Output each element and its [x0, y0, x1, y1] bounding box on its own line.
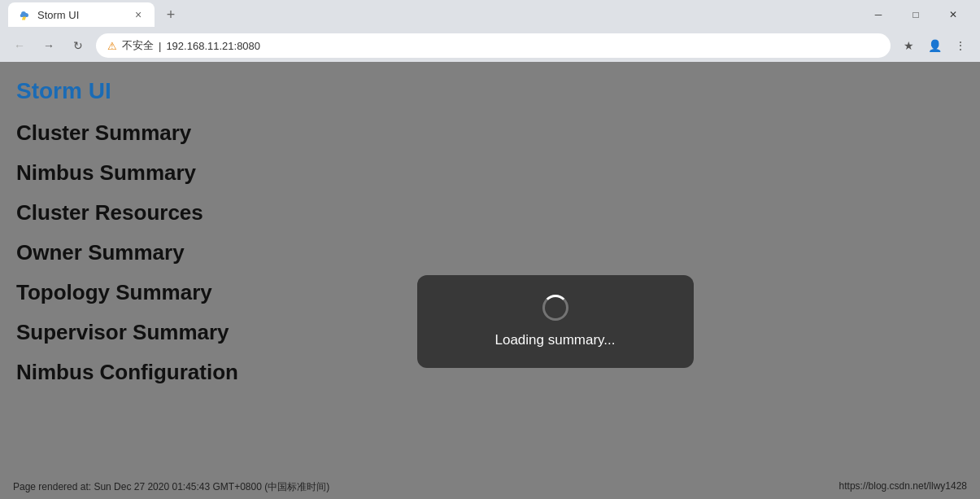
- back-button[interactable]: ←: [8, 34, 31, 57]
- footer-timestamp: Page rendered at: Sun Dec 27 2020 01:45:…: [13, 480, 329, 494]
- page-content: Storm UI Cluster SummaryNimbus SummaryCl…: [0, 62, 980, 499]
- security-warning-icon: ⚠: [107, 40, 117, 52]
- section-heading: Cluster Resources: [16, 200, 964, 225]
- refresh-button[interactable]: ↻: [67, 34, 89, 57]
- loading-spinner: [542, 295, 568, 321]
- address-bar: ← → ↻ ⚠ 不安全 | 192.168.11.21:8080 ★ 👤 ⋮: [0, 29, 980, 62]
- close-button[interactable]: ✕: [934, 0, 972, 29]
- section-heading: Cluster Summary: [16, 120, 964, 146]
- tab-title: Storm UI: [37, 9, 125, 21]
- tab-close-button[interactable]: ×: [132, 8, 145, 21]
- maximize-button[interactable]: □: [897, 0, 934, 29]
- url-separator: |: [159, 40, 161, 52]
- new-tab-button[interactable]: +: [161, 5, 181, 24]
- loading-overlay: Loading summary...: [417, 275, 694, 368]
- bookmark-button[interactable]: ★: [897, 34, 920, 57]
- url-prefix-text: 192.168.11.21: [166, 40, 233, 52]
- security-label: 不安全: [122, 38, 154, 53]
- minimize-button[interactable]: ─: [860, 0, 897, 29]
- footer-link: https://blog.csdn.net/llwy1428: [839, 480, 967, 494]
- account-button[interactable]: 👤: [923, 34, 946, 57]
- loading-text: Loading summary...: [494, 332, 615, 348]
- url-suffix-text: :8080: [234, 40, 261, 52]
- url-host: 192.168.11.21:8080: [166, 40, 260, 52]
- toolbar-right: ★ 👤 ⋮: [897, 34, 972, 57]
- address-input[interactable]: ⚠ 不安全 | 192.168.11.21:8080: [96, 33, 891, 58]
- forward-button[interactable]: →: [37, 34, 60, 57]
- section-heading: Nimbus Summary: [16, 160, 964, 186]
- window-controls: ─ □ ✕: [860, 0, 972, 29]
- title-bar: Storm UI × + ─ □ ✕: [0, 0, 980, 29]
- section-heading: Owner Summary: [16, 240, 964, 265]
- page-footer: Page rendered at: Sun Dec 27 2020 01:45:…: [0, 475, 980, 499]
- tab-icon: [18, 8, 31, 21]
- browser-tab[interactable]: Storm UI ×: [8, 2, 155, 27]
- menu-button[interactable]: ⋮: [949, 34, 972, 57]
- app-title: Storm UI: [16, 78, 964, 104]
- browser-chrome: Storm UI × + ─ □ ✕ ← → ↻ ⚠ 不安全 | 192.168…: [0, 0, 980, 62]
